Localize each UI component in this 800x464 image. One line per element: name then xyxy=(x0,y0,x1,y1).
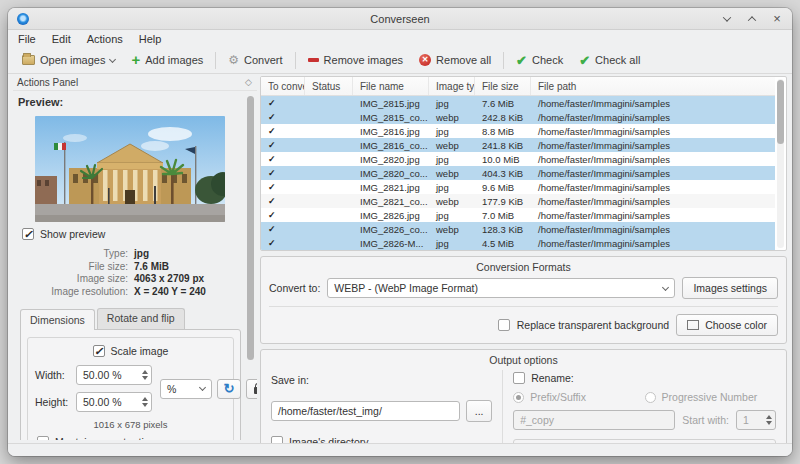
dimensions-pane: ✓ Scale image Width: 50.00 % xyxy=(20,329,241,440)
remove-images-label: Remove images xyxy=(324,54,403,66)
save-in-label: Save in: xyxy=(271,374,492,386)
rename-label: Rename: xyxy=(531,372,574,384)
height-label: Height: xyxy=(35,396,71,408)
table-row[interactable]: ✓IMG_2816.jpgjpg8.8 MiB/home/faster/Imma… xyxy=(261,124,775,138)
check-all-button[interactable]: ✔ Check all xyxy=(571,51,648,69)
save-in-input[interactable]: /home/faster/test_img/ xyxy=(271,401,460,421)
images-directory-checkbox[interactable]: ✓ xyxy=(271,436,283,443)
images-settings-button[interactable]: Images settings xyxy=(682,277,778,299)
convert-gear-icon: ⚙ xyxy=(228,54,239,66)
row-cell: IMG_2815_co... xyxy=(353,112,429,123)
row-convert-checkbox[interactable]: ✓ xyxy=(261,238,305,248)
remove-all-button[interactable]: ✕ Remove all xyxy=(411,51,499,69)
reset-dimensions-button[interactable]: ↻ xyxy=(217,379,241,399)
row-cell: /home/faster/Immagini/samples xyxy=(531,196,775,207)
replace-transparent-background-checkbox[interactable]: ✓ xyxy=(498,319,510,331)
row-cell: webp xyxy=(429,224,475,235)
row-convert-checkbox[interactable]: ✓ xyxy=(261,154,305,164)
table-row[interactable]: ✓IMG_2815_co...webp242.8 KiB/home/faster… xyxy=(261,110,775,124)
color-swatch xyxy=(687,320,699,330)
column-status[interactable]: Status xyxy=(305,77,353,95)
close-button[interactable]: × xyxy=(771,13,783,25)
unit-select[interactable]: % xyxy=(160,379,212,399)
maximize-button[interactable] xyxy=(746,13,758,25)
add-plus-icon: + xyxy=(131,55,140,65)
menu-file[interactable]: File xyxy=(18,33,36,45)
float-panel-icon[interactable]: ◇ xyxy=(245,77,252,87)
row-cell: IMG_2826_co... xyxy=(353,224,429,235)
column-to-convert[interactable]: To convert xyxy=(261,77,305,95)
row-convert-checkbox[interactable]: ✓ xyxy=(261,112,305,122)
row-cell: /home/faster/Immagini/samples xyxy=(531,238,775,249)
convert-button[interactable]: ⚙ Convert xyxy=(220,51,290,69)
height-spinbox[interactable]: 50.00 % xyxy=(76,392,152,412)
row-cell: IMG_2815.jpg xyxy=(353,98,429,109)
row-cell: /home/faster/Immagini/samples xyxy=(531,154,775,165)
format-select[interactable]: WEBP - (WebP Image Format) xyxy=(327,278,675,298)
check-all-label: Check all xyxy=(595,54,640,66)
row-convert-checkbox[interactable]: ✓ xyxy=(261,196,305,206)
info-imagesize-label: Image size: xyxy=(16,273,128,286)
row-convert-checkbox[interactable]: ✓ xyxy=(261,182,305,192)
prefix-suffix-radio[interactable] xyxy=(513,392,524,403)
table-row[interactable]: ✓IMG_2821.jpgjpg9.6 MiB/home/faster/Imma… xyxy=(261,180,775,194)
row-convert-checkbox[interactable]: ✓ xyxy=(261,140,305,150)
row-convert-checkbox[interactable]: ✓ xyxy=(261,98,305,108)
row-convert-checkbox[interactable]: ✓ xyxy=(261,168,305,178)
progressive-number-radio[interactable] xyxy=(645,392,656,403)
table-row[interactable]: ✓IMG_2815.jpgjpg7.6 MiB/home/faster/Imma… xyxy=(261,96,775,110)
menu-help[interactable]: Help xyxy=(139,33,162,45)
table-row[interactable]: ✓IMG_2821_co...webp177.9 KiB/home/faster… xyxy=(261,194,775,208)
row-convert-checkbox[interactable]: ✓ xyxy=(261,224,305,234)
open-images-button[interactable]: Open images xyxy=(14,51,123,69)
row-convert-checkbox[interactable]: ✓ xyxy=(261,210,305,220)
maintain-aspect-ratio-checkbox[interactable]: ✓ xyxy=(37,436,49,440)
tab-rotate-and-flip[interactable]: Rotate and flip xyxy=(97,308,185,329)
table-row[interactable]: ✓IMG_2820.jpgjpg10.0 MiB/home/faster/Imm… xyxy=(261,152,775,166)
column-file-name[interactable]: File name xyxy=(353,77,429,95)
table-row[interactable]: ✓IMG_2820_co...webp404.3 KiB/home/faster… xyxy=(261,166,775,180)
table-body: ✓IMG_2815.jpgjpg7.6 MiB/home/faster/Imma… xyxy=(261,96,775,250)
show-preview-label: Show preview xyxy=(40,228,105,240)
start-with-spinbox[interactable]: 1 xyxy=(736,410,776,430)
chevron-down-icon xyxy=(199,384,206,391)
tab-dimensions[interactable]: Dimensions xyxy=(20,309,95,330)
row-cell: webp xyxy=(429,112,475,123)
scale-image-label: Scale image xyxy=(111,345,169,357)
scale-image-checkbox[interactable]: ✓ xyxy=(93,345,105,357)
rename-pattern-input[interactable]: #_copy xyxy=(513,410,675,430)
menu-actions[interactable]: Actions xyxy=(87,33,123,45)
maintain-aspect-ratio-label: Mantain aspect ratio xyxy=(55,436,150,440)
table-scrollbar[interactable] xyxy=(777,79,784,248)
row-convert-checkbox[interactable]: ✓ xyxy=(261,126,305,136)
browse-button[interactable]: ... xyxy=(466,400,492,422)
row-cell: /home/faster/Immagini/samples xyxy=(531,224,775,235)
width-spinbox[interactable]: 50.00 % xyxy=(76,365,152,385)
remove-images-button[interactable]: Remove images xyxy=(300,51,411,69)
start-with-label: Start with: xyxy=(682,414,729,426)
choose-color-button[interactable]: Choose color xyxy=(676,314,778,336)
row-cell: IMG_2816_co... xyxy=(353,140,429,151)
table-row[interactable]: ✓IMG_2826.jpgjpg7.0 MiB/home/faster/Imma… xyxy=(261,208,775,222)
rename-checkbox[interactable]: ✓ xyxy=(513,372,525,384)
refresh-icon: ↻ xyxy=(224,383,235,395)
menu-edit[interactable]: Edit xyxy=(52,33,71,45)
folder-open-icon xyxy=(22,55,35,65)
row-cell: 241.8 KiB xyxy=(475,140,531,151)
row-cell: 177.9 KiB xyxy=(475,196,531,207)
show-preview-checkbox[interactable]: ✓ xyxy=(22,228,34,240)
column-file-size[interactable]: File size xyxy=(475,77,531,95)
panel-scrollbar[interactable] xyxy=(247,96,254,435)
table-row[interactable]: ✓IMG_2816_co...webp241.8 KiB/home/faster… xyxy=(261,138,775,152)
actions-panel: Actions Panel ◇ Preview: xyxy=(8,74,260,443)
column-image-type[interactable]: Image type xyxy=(429,77,475,95)
progressive-number-label: Progressive Number xyxy=(662,391,758,403)
image-info: Type: jpg File size: 7.6 MiB Image size:… xyxy=(16,248,243,298)
check-button[interactable]: ✔ Check xyxy=(508,51,571,69)
minimize-button[interactable] xyxy=(721,13,733,25)
add-images-button[interactable]: + Add images xyxy=(123,51,211,69)
table-row[interactable]: ✓IMG_2826_co...webp128.3 KiB/home/faster… xyxy=(261,222,775,236)
title-bar: Converseen × xyxy=(8,8,792,30)
table-row[interactable]: ✓IMG_2826-M...jpg4.5 MiB/home/faster/Imm… xyxy=(261,236,775,250)
column-file-path[interactable]: File path xyxy=(531,77,775,95)
